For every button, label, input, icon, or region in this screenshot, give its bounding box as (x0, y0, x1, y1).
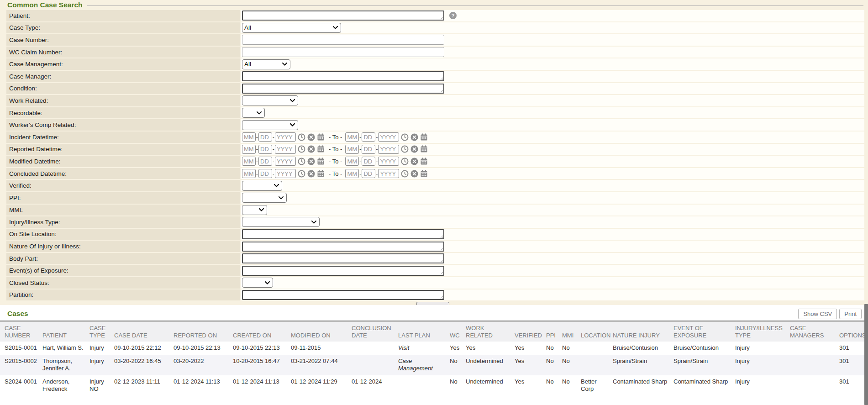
closed-status-select[interactable] (242, 278, 273, 288)
patient-textarea[interactable] (242, 11, 444, 21)
modified-datetime-from-dd[interactable]: DD (258, 157, 272, 166)
resize-grip-icon[interactable] (440, 295, 443, 299)
clock-icon[interactable] (401, 158, 409, 165)
event-s-of-exposure-textarea[interactable] (242, 266, 444, 276)
resize-grip-icon[interactable] (440, 77, 443, 80)
clock-icon[interactable] (298, 170, 305, 178)
modified-datetime-to-dd[interactable]: DD (362, 157, 375, 166)
field-label-work-related: Work Related: (6, 95, 240, 106)
incident-datetime-from-dd[interactable]: DD (258, 132, 272, 142)
calendar-icon[interactable] (317, 170, 325, 178)
clear-icon[interactable] (410, 170, 418, 178)
calendar-icon[interactable] (420, 170, 428, 178)
form-row-on-site-location: On Site Location: (0, 229, 868, 240)
field-label-partition: Partition: (6, 289, 240, 301)
modified-datetime-to-mm[interactable]: MM (345, 157, 359, 166)
clear-icon[interactable] (307, 158, 315, 165)
nature-of-injury-or-illness-textarea[interactable] (242, 242, 444, 252)
clock-icon[interactable] (401, 133, 409, 141)
clock-icon[interactable] (401, 145, 409, 153)
calendar-icon[interactable] (420, 158, 428, 165)
cell-location: Better Corp (581, 375, 613, 396)
cell-options[interactable]: 301 (839, 355, 864, 375)
form-row-nature-of-injury-or-illness: Nature Of Injury or Illness: (0, 241, 868, 252)
reported-datetime-from-dd[interactable]: DD (258, 145, 272, 154)
calendar-icon[interactable] (420, 145, 428, 153)
column-header-options: OPTIONS (839, 322, 864, 342)
calendar-icon[interactable] (317, 133, 325, 141)
reported-datetime-to-yyyy[interactable]: YYYY (378, 145, 399, 154)
mmi-select[interactable] (242, 205, 267, 215)
calendar-icon[interactable] (420, 133, 428, 141)
clear-icon[interactable] (410, 145, 418, 153)
help-icon[interactable]: ? (449, 12, 457, 19)
search-button[interactable] (416, 302, 449, 305)
reported-datetime-to-dd[interactable]: DD (362, 145, 375, 154)
incident-datetime-to-yyyy[interactable]: YYYY (378, 132, 399, 142)
partition-textarea[interactable] (242, 290, 444, 300)
vertical-scrollbar[interactable] (864, 304, 868, 405)
case-type-select[interactable]: All (242, 23, 341, 33)
clear-icon[interactable] (307, 133, 315, 141)
verified-select[interactable] (242, 181, 282, 191)
calendar-icon[interactable] (317, 145, 325, 153)
clear-icon[interactable] (410, 158, 418, 165)
cell-options[interactable]: 301 (839, 375, 864, 396)
concluded-datetime-from-dd[interactable]: DD (258, 169, 272, 178)
clock-icon[interactable] (298, 145, 305, 153)
injury-illness-type-select[interactable] (242, 217, 320, 227)
incident-datetime-to-mm[interactable]: MM (345, 132, 359, 142)
recordable-select[interactable] (242, 108, 265, 118)
calendar-icon[interactable] (317, 158, 325, 165)
case-number-input[interactable] (242, 35, 444, 45)
reported-datetime-to-mm[interactable]: MM (345, 145, 359, 154)
clear-icon[interactable] (410, 133, 418, 141)
concluded-datetime-from-yyyy[interactable]: YYYY (275, 169, 296, 178)
condition-textarea[interactable] (242, 84, 444, 94)
cell-options[interactable]: 301 (839, 342, 864, 355)
field-label-patient: Patient: (6, 10, 240, 21)
concluded-datetime-range: MM-DD-YYYY- To -MM-DD-YYYY (242, 169, 428, 178)
case-management-select[interactable]: All (242, 59, 290, 69)
modified-datetime-to-yyyy[interactable]: YYYY (378, 157, 399, 166)
on-site-location-textarea[interactable] (242, 229, 444, 239)
clock-icon[interactable] (298, 158, 305, 165)
resize-grip-icon[interactable] (440, 259, 443, 262)
column-header-case-number: CASE NUMBER (0, 322, 42, 342)
field-cell-partition (241, 289, 864, 301)
reported-datetime-from-mm[interactable]: MM (242, 145, 256, 154)
modified-datetime-from-yyyy[interactable]: YYYY (275, 157, 296, 166)
resize-grip-icon[interactable] (440, 235, 443, 238)
wc-claim-number-input[interactable] (242, 47, 444, 57)
cases-title: Cases (7, 310, 28, 318)
incident-datetime-to-dd[interactable]: DD (362, 132, 375, 142)
work-related-select[interactable] (242, 95, 298, 105)
resize-grip-icon[interactable] (440, 16, 443, 19)
cell-case-type: Injury (89, 355, 114, 375)
clear-icon[interactable] (307, 170, 315, 178)
modified-datetime-from-mm[interactable]: MM (242, 157, 256, 166)
concluded-datetime-to-mm[interactable]: MM (345, 169, 359, 178)
field-cell-wc-claim-number (241, 47, 864, 58)
reported-datetime-from-yyyy[interactable]: YYYY (275, 145, 296, 154)
resize-grip-icon[interactable] (440, 271, 443, 274)
print-button[interactable]: Print (839, 309, 862, 319)
clear-icon[interactable] (307, 145, 315, 153)
clock-icon[interactable] (298, 133, 305, 141)
body-part-textarea[interactable] (242, 253, 444, 263)
case-type-select-value: All (244, 24, 251, 31)
ppi-select[interactable] (242, 193, 287, 203)
resize-grip-icon[interactable] (440, 89, 443, 92)
incident-datetime-from-yyyy[interactable]: YYYY (275, 132, 296, 142)
cell-work-related: Yes (466, 342, 515, 355)
concluded-datetime-to-yyyy[interactable]: YYYY (378, 169, 399, 178)
case-manager-textarea[interactable] (242, 71, 444, 81)
show-csv-button[interactable]: Show CSV (798, 309, 837, 319)
concluded-datetime-from-mm[interactable]: MM (242, 169, 256, 178)
clock-icon[interactable] (401, 170, 409, 178)
incident-datetime-from-mm[interactable]: MM (242, 132, 256, 142)
resize-grip-icon[interactable] (440, 247, 443, 250)
concluded-datetime-to-dd[interactable]: DD (362, 169, 375, 178)
field-cell-case-management: All (241, 58, 864, 70)
worker-s-comp-related-select[interactable] (242, 120, 298, 130)
